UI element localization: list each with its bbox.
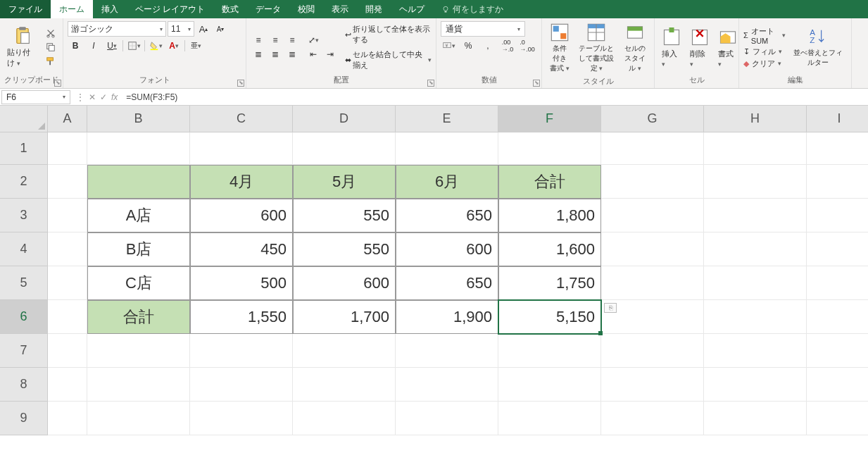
row-header-2[interactable]: 2	[0, 165, 48, 199]
bold-button[interactable]: B	[68, 39, 83, 52]
cell-C6[interactable]: 1,550	[190, 300, 293, 334]
cell-H9[interactable]	[704, 402, 807, 435]
cell-A9[interactable]	[48, 402, 87, 435]
cell-E5[interactable]: 650	[396, 266, 498, 300]
cell-B6[interactable]: 合計	[87, 300, 190, 334]
align-left-button[interactable]: ≣	[251, 48, 266, 61]
conditional-format-button[interactable]: 条件付き書式	[546, 21, 573, 75]
column-header-E[interactable]: E	[396, 106, 498, 132]
cell-I2[interactable]	[807, 165, 868, 199]
fill-color-button[interactable]	[148, 39, 163, 52]
sort-filter-button[interactable]: AZ 並べ替えとフィルター	[788, 25, 847, 69]
font-dialog-launcher[interactable]: ⬊	[237, 80, 244, 87]
cell-H2[interactable]	[704, 165, 807, 199]
clipboard-dialog-launcher[interactable]: ⬊	[54, 80, 61, 87]
cell-I5[interactable]	[807, 266, 868, 300]
cell-E7[interactable]	[396, 334, 498, 368]
column-header-G[interactable]: G	[601, 106, 704, 132]
formula-input[interactable]: =SUM(F3:F5)	[122, 92, 868, 102]
format-cells-button[interactable]: 書式	[715, 26, 741, 69]
paste-button[interactable]: 貼り付け	[4, 25, 40, 70]
increase-indent-button[interactable]: ⇥	[322, 48, 338, 61]
autosum-button[interactable]: Σオート SUM	[743, 26, 786, 45]
cell-F1[interactable]	[498, 132, 601, 165]
column-header-A[interactable]: A	[48, 106, 87, 132]
row-header-8[interactable]: 8	[0, 368, 48, 402]
format-painter-button[interactable]	[43, 55, 58, 68]
cell-F5[interactable]: 1,750	[498, 266, 601, 300]
cell-E2[interactable]: 6月	[396, 165, 498, 199]
cell-F6[interactable]: 5,150	[498, 300, 601, 334]
cell-I3[interactable]	[807, 199, 868, 232]
cell-C7[interactable]	[190, 334, 293, 368]
align-middle-button[interactable]: ≡	[268, 34, 283, 46]
tab-data[interactable]: データ	[247, 0, 289, 18]
cell-F7[interactable]	[498, 334, 601, 368]
percent-button[interactable]: %	[460, 39, 476, 52]
cell-I9[interactable]	[807, 402, 868, 435]
cell-styles-button[interactable]: セルのスタイル	[620, 21, 650, 75]
column-header-D[interactable]: D	[293, 106, 396, 132]
align-bottom-button[interactable]: ≡	[284, 34, 300, 46]
cell-C1[interactable]	[190, 132, 293, 165]
wrap-text-button[interactable]: ↩ 折り返して全体を表示する	[345, 24, 432, 45]
cell-B5[interactable]: C店	[87, 266, 190, 300]
cell-B9[interactable]	[87, 402, 190, 435]
row-header-5[interactable]: 5	[0, 266, 48, 300]
cell-H3[interactable]	[704, 199, 807, 232]
column-header-I[interactable]: I	[807, 106, 868, 132]
cell-I4[interactable]	[807, 232, 868, 266]
cell-A4[interactable]	[48, 232, 87, 266]
cell-C8[interactable]	[190, 368, 293, 402]
insert-cells-button[interactable]: 挿入	[659, 26, 684, 69]
cell-G7[interactable]	[601, 334, 704, 368]
cell-E9[interactable]	[396, 402, 498, 435]
tab-file[interactable]: ファイル	[0, 0, 51, 18]
cell-C4[interactable]: 450	[190, 232, 293, 266]
cell-D7[interactable]	[293, 334, 396, 368]
orientation-button[interactable]: ⤢	[306, 34, 321, 46]
cell-G1[interactable]	[601, 132, 704, 165]
cell-D6[interactable]: 1,700	[293, 300, 396, 334]
delete-cells-button[interactable]: 削除	[687, 26, 712, 69]
autofill-options-icon[interactable]: ⎘	[604, 303, 617, 313]
cancel-icon[interactable]: ✕	[89, 92, 96, 102]
cell-H5[interactable]	[704, 266, 807, 300]
fill-button[interactable]: ↧フィル	[743, 46, 786, 57]
accounting-format-button[interactable]: ¥	[441, 39, 456, 52]
decrease-decimal-button[interactable]: .0→.00	[520, 39, 535, 52]
align-top-button[interactable]: ≡	[251, 34, 266, 46]
cell-B3[interactable]: A店	[87, 199, 190, 232]
cell-H8[interactable]	[704, 368, 807, 402]
row-header-4[interactable]: 4	[0, 232, 48, 266]
cell-A1[interactable]	[48, 132, 87, 165]
alignment-dialog-launcher[interactable]: ⬊	[427, 80, 434, 87]
italic-button[interactable]: I	[86, 39, 101, 52]
formula-options-icon[interactable]: ⋮	[76, 92, 84, 102]
cell-B1[interactable]	[87, 132, 190, 165]
cell-I1[interactable]	[807, 132, 868, 165]
name-box[interactable]: F6▾	[1, 90, 70, 104]
cell-B8[interactable]	[87, 368, 190, 402]
column-header-F[interactable]: F	[498, 106, 601, 132]
cell-A8[interactable]	[48, 368, 87, 402]
cell-H7[interactable]	[704, 334, 807, 368]
number-format-select[interactable]: 通貨▾	[441, 21, 525, 37]
cell-A2[interactable]	[48, 165, 87, 199]
row-header-7[interactable]: 7	[0, 334, 48, 368]
cell-E4[interactable]: 600	[396, 232, 498, 266]
decrease-indent-button[interactable]: ⇤	[306, 48, 321, 61]
increase-font-button[interactable]: A▴	[196, 23, 211, 35]
cut-button[interactable]	[43, 27, 58, 39]
cell-A7[interactable]	[48, 334, 87, 368]
cell-G8[interactable]	[601, 368, 704, 402]
align-center-button[interactable]: ≣	[268, 48, 283, 61]
row-header-6[interactable]: 6	[0, 300, 48, 334]
font-color-button[interactable]: A	[166, 39, 182, 52]
cell-A3[interactable]	[48, 199, 87, 232]
decrease-font-button[interactable]: A▾	[213, 23, 228, 35]
cell-I8[interactable]	[807, 368, 868, 402]
column-header-H[interactable]: H	[704, 106, 807, 132]
row-header-3[interactable]: 3	[0, 199, 48, 232]
cell-F8[interactable]	[498, 368, 601, 402]
